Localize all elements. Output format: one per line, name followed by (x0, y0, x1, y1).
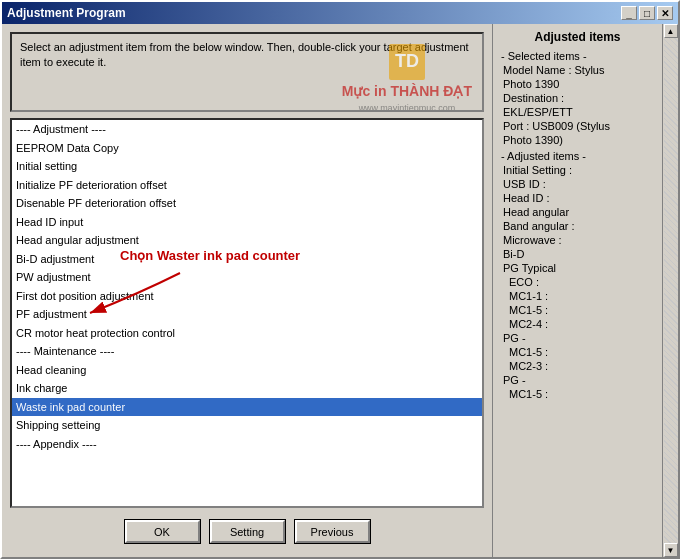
mc1-5-field: MC1-5 : (501, 304, 654, 316)
setting-button[interactable]: Setting (210, 520, 285, 543)
previous-button[interactable]: Previous (295, 520, 370, 543)
selected-items-section: - Selected items - Model Name : Stylus P… (501, 50, 654, 146)
list-item[interactable]: ---- Adjustment ---- (12, 120, 482, 139)
instruction-box: Select an adjustment item from the below… (10, 32, 484, 112)
title-bar: Adjustment Program _ □ ✕ (2, 2, 678, 24)
list-item[interactable]: CR motor heat protection control (12, 324, 482, 343)
selected-section-label: - Selected items - (501, 50, 654, 62)
ok-button[interactable]: OK (125, 520, 200, 543)
head-id-field: Head ID : (501, 192, 654, 204)
watermark-area: TD Mực in THÀNH ĐẠT www.mayintiepmuc.com (342, 44, 472, 112)
model-name-line1: Model Name : Stylus (501, 64, 654, 76)
list-item[interactable]: Ink charge (12, 379, 482, 398)
list-item[interactable]: Disenable PF deterioration offset (12, 194, 482, 213)
watermark-brand: Mực in THÀNH ĐẠT (342, 82, 472, 102)
button-row: OK Setting Previous (10, 514, 484, 549)
list-item[interactable]: Waste ink pad counter (12, 398, 482, 417)
list-item[interactable]: Bi-D adjustment (12, 250, 482, 269)
list-item[interactable]: First dot position adjustment (12, 287, 482, 306)
scroll-up-button[interactable]: ▲ (664, 24, 678, 38)
list-item[interactable]: PW adjustment (12, 268, 482, 287)
maximize-button[interactable]: □ (639, 6, 655, 20)
list-item[interactable]: Head ID input (12, 213, 482, 232)
window-title: Adjustment Program (7, 6, 126, 20)
adjustment-list[interactable]: ---- Adjustment ----EEPROM Data CopyInit… (10, 118, 484, 508)
eco-field: ECO : (501, 276, 654, 288)
model-name-line2: Photo 1390 (501, 78, 654, 90)
list-item[interactable]: Shipping setteing (12, 416, 482, 435)
list-item[interactable]: Initialize PF deterioration offset (12, 176, 482, 195)
usb-id-field: USB ID : (501, 178, 654, 190)
head-angular-field: Head angular (501, 206, 654, 218)
list-item[interactable]: Head angular adjustment (12, 231, 482, 250)
title-bar-buttons: _ □ ✕ (621, 6, 673, 20)
port-value: Photo 1390) (501, 134, 654, 146)
left-panel: Select an adjustment item from the below… (2, 24, 492, 557)
watermark-url: www.mayintiepmuc.com (342, 102, 472, 112)
pg2-field: PG - (501, 374, 654, 386)
window-content: Select an adjustment item from the below… (2, 24, 678, 557)
adjusted-items-section: - Adjusted items - Initial Setting : USB… (501, 150, 654, 400)
initial-setting-field: Initial Setting : (501, 164, 654, 176)
pg-field: PG - (501, 332, 654, 344)
close-button[interactable]: ✕ (657, 6, 673, 20)
bi-d-field: Bi-D (501, 248, 654, 260)
mc1-5b-field: MC1-5 : (501, 346, 654, 358)
list-item[interactable]: EEPROM Data Copy (12, 139, 482, 158)
main-window: Adjustment Program _ □ ✕ Select an adjus… (0, 0, 680, 559)
list-item[interactable]: ---- Appendix ---- (12, 435, 482, 454)
band-angular-field: Band angular : (501, 220, 654, 232)
right-scrollbar[interactable]: ▲ ▼ (662, 24, 678, 557)
list-item[interactable]: PF adjustment (12, 305, 482, 324)
port-label: Port : USB009 (Stylus (501, 120, 654, 132)
scroll-down-button[interactable]: ▼ (664, 543, 678, 557)
watermark-logo: TD (389, 44, 425, 80)
mc1-5c-field: MC1-5 : (501, 388, 654, 400)
adjusted-section-label: - Adjusted items - (501, 150, 654, 162)
mc2-3-field: MC2-3 : (501, 360, 654, 372)
minimize-button[interactable]: _ (621, 6, 637, 20)
list-item[interactable]: ---- Maintenance ---- (12, 342, 482, 361)
mc1-1-field: MC1-1 : (501, 290, 654, 302)
pg-typical-field: PG Typical (501, 262, 654, 274)
microwave-field: Microwave : (501, 234, 654, 246)
list-item[interactable]: Head cleaning (12, 361, 482, 380)
mc2-4-field: MC2-4 : (501, 318, 654, 330)
destination-label: Destination : (501, 92, 654, 104)
scroll-track[interactable] (664, 38, 678, 543)
right-panel-title: Adjusted items (501, 30, 654, 44)
destination-value: EKL/ESP/ETT (501, 106, 654, 118)
list-item[interactable]: Initial setting (12, 157, 482, 176)
right-panel: Adjusted items - Selected items - Model … (492, 24, 662, 557)
